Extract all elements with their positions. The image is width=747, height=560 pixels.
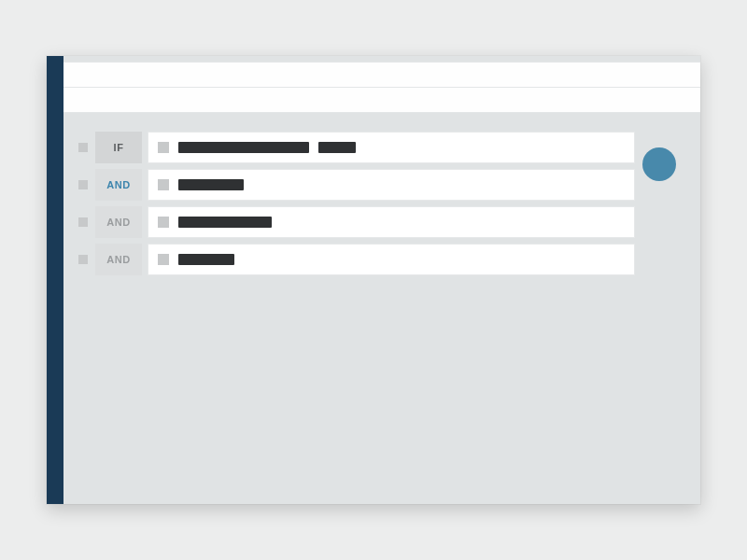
header-area: [63, 56, 700, 113]
drag-handle-icon[interactable]: [78, 255, 88, 264]
drag-handle-icon[interactable]: [78, 143, 88, 152]
condition-type-icon: [158, 254, 169, 265]
content-area: IFANDANDAND: [63, 56, 700, 504]
condition-field[interactable]: [148, 244, 635, 275]
condition-type-icon: [158, 217, 169, 228]
drag-cell: [71, 206, 95, 238]
drag-cell: [71, 244, 95, 275]
condition-text-placeholder: [318, 142, 356, 153]
condition-type-icon: [158, 179, 169, 190]
condition-field[interactable]: [148, 132, 635, 163]
drag-cell: [71, 169, 95, 201]
rules-list: IFANDANDAND: [63, 132, 700, 281]
operator-chip[interactable]: AND: [95, 206, 142, 238]
condition-field[interactable]: [148, 169, 635, 201]
drag-handle-icon[interactable]: [78, 180, 88, 189]
condition-text-placeholder: [178, 217, 272, 228]
condition-type-icon: [158, 142, 169, 153]
operator-chip[interactable]: AND: [95, 244, 142, 275]
condition-text-placeholder: [178, 254, 234, 265]
header-row-2: [63, 87, 700, 113]
header-spacer: [63, 113, 700, 132]
rule-row: AND: [63, 169, 700, 201]
condition-text-placeholder: [178, 179, 244, 190]
header-row-1: [63, 62, 700, 88]
condition-text-placeholder: [178, 142, 309, 153]
rule-row: IF: [63, 132, 700, 163]
drag-handle-icon[interactable]: [78, 217, 88, 227]
side-stripe: [47, 56, 63, 504]
rule-row: AND: [63, 244, 700, 275]
add-rule-fab[interactable]: [642, 147, 676, 181]
condition-field[interactable]: [148, 206, 635, 238]
operator-chip[interactable]: AND: [95, 169, 142, 201]
rule-row: AND: [63, 206, 700, 238]
operator-chip[interactable]: IF: [95, 132, 142, 163]
rule-builder-panel: IFANDANDAND: [47, 56, 700, 504]
drag-cell: [71, 132, 95, 163]
